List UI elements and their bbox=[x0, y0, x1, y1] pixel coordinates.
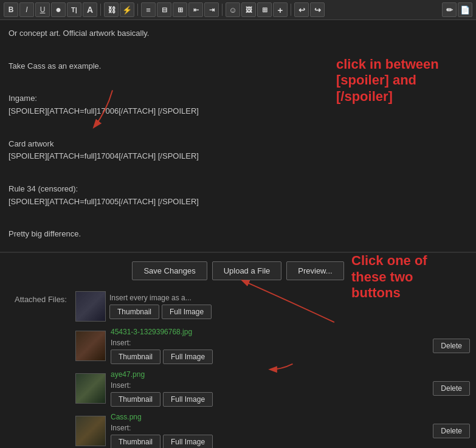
spoiler-rule34: [SPOILER][ATTACH=full]17005[/ATTACH] [/S… bbox=[9, 197, 199, 206]
toolbar-separator-1 bbox=[100, 4, 101, 16]
color-button[interactable]: ● bbox=[51, 2, 66, 17]
redo-button[interactable]: ↪ bbox=[310, 2, 325, 17]
file-1-fullimage-button[interactable]: Full Image bbox=[163, 350, 213, 364]
font-size-button[interactable]: A bbox=[83, 2, 97, 17]
toolbar-separator-3 bbox=[222, 4, 222, 16]
image-button[interactable]: 🖼 bbox=[241, 2, 256, 17]
editor-line-2 bbox=[9, 44, 467, 57]
file-3-thumbnail-button[interactable]: Thumbnail bbox=[111, 435, 160, 448]
italic-button[interactable]: I bbox=[19, 2, 34, 17]
toolbar-separator-2 bbox=[137, 4, 138, 16]
editor-line-11: Pretty big difference. bbox=[9, 228, 467, 241]
emoji-button[interactable]: ☺ bbox=[226, 2, 240, 17]
editor-line-6 bbox=[9, 122, 467, 134]
text-color-button[interactable]: T| bbox=[67, 2, 81, 17]
unlink-button[interactable]: ⚡ bbox=[120, 2, 134, 17]
file-2-thumbnail-button[interactable]: Thumbnail bbox=[111, 392, 160, 407]
editor-line-10 bbox=[9, 212, 467, 225]
spoiler-ingame: [SPOILER][ATTACH=full]17006[/ATTACH] [/S… bbox=[9, 106, 199, 115]
editor-line-9: Rule 34 (censored): [SPOILER][ATTACH=ful… bbox=[9, 183, 467, 208]
bold-button[interactable]: B bbox=[4, 2, 18, 17]
file-thumb-1 bbox=[75, 331, 106, 361]
insert-all-thumbnail bbox=[75, 291, 106, 322]
insert-all-thumbnail-button[interactable]: Thumbnail bbox=[109, 305, 159, 319]
preview-button[interactable]: Preview... bbox=[286, 261, 343, 280]
file-1-thumbnail-button[interactable]: Thumbnail bbox=[111, 350, 160, 364]
undo-button[interactable]: ↩ bbox=[294, 2, 309, 17]
annotation-top-right: click in between [spoiler] and [/spoiler… bbox=[336, 57, 470, 105]
spoiler-card: [SPOILER][ATTACH=full]17004[/ATTACH] [/S… bbox=[9, 151, 199, 160]
annotation-bottom-right: Click one of these two buttons bbox=[351, 253, 470, 448]
pen-button[interactable]: ✏ bbox=[442, 2, 457, 17]
align-button[interactable]: ≡ bbox=[141, 2, 156, 17]
bottom-section: Click one of these two buttons Save Chan… bbox=[0, 252, 476, 448]
editor-toolbar: B I U ● T| A ⛓ ⚡ ≡ ⊟ ⊞ ⇤ ⇥ ☺ 🖼 ⊞ + ↩ ↪ ✏… bbox=[0, 0, 476, 20]
list-ordered-button[interactable]: ⊞ bbox=[173, 2, 187, 17]
insert-all-fullimage-button[interactable]: Full Image bbox=[162, 305, 212, 319]
file-thumb-2 bbox=[75, 373, 106, 404]
editor-content-area[interactable]: Or concept art. Official artwork basical… bbox=[0, 20, 476, 252]
insert-all-text: Insert every image as a... bbox=[109, 294, 212, 302]
save-changes-button[interactable]: Save Changes bbox=[132, 261, 207, 280]
indent-decrease-button[interactable]: ⇤ bbox=[188, 2, 203, 17]
insert-all-btn-row: Thumbnail Full Image bbox=[109, 305, 212, 319]
upload-file-button[interactable]: Upload a File bbox=[212, 261, 282, 280]
file-thumb-3 bbox=[75, 416, 106, 446]
file-2-fullimage-button[interactable]: Full Image bbox=[163, 392, 213, 407]
indent-increase-button[interactable]: ⇥ bbox=[204, 2, 219, 17]
insert-all-labels: Insert every image as a... Thumbnail Ful… bbox=[109, 294, 212, 319]
toolbar-separator-4 bbox=[291, 4, 291, 16]
attached-files-label: Attached Files: bbox=[6, 291, 67, 448]
table-button[interactable]: ⊞ bbox=[257, 2, 272, 17]
editor-line-7: Card artwork [SPOILER][ATTACH=full]17004… bbox=[9, 138, 467, 164]
plus-button[interactable]: + bbox=[273, 2, 288, 17]
underline-button[interactable]: U bbox=[35, 2, 50, 17]
doc-button[interactable]: 📄 bbox=[458, 2, 472, 17]
editor-line-1: Or concept art. Official artwork basical… bbox=[9, 27, 467, 40]
list-unordered-button[interactable]: ⊟ bbox=[157, 2, 171, 17]
editor-line-8 bbox=[9, 167, 467, 179]
file-3-fullimage-button[interactable]: Full Image bbox=[163, 435, 213, 448]
link-button[interactable]: ⛓ bbox=[104, 2, 119, 17]
